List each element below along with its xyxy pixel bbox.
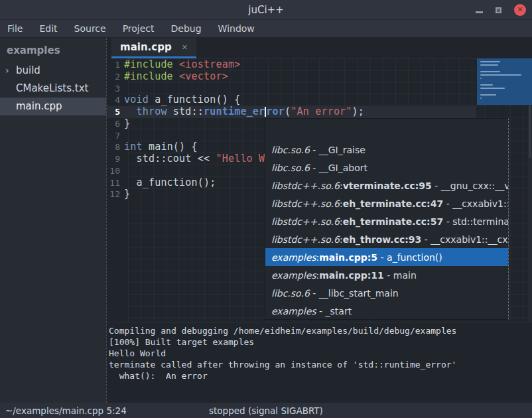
- file-and-line: vterminate.cc:95: [343, 180, 432, 191]
- terminal-line: Compiling and debugging /home/eidheim/ex…: [109, 325, 532, 336]
- sidebar-item-build[interactable]: ›build: [0, 62, 106, 80]
- line-number: 8: [107, 141, 124, 153]
- terminal-line: Hello World: [109, 348, 532, 359]
- file-and-line: main.cpp:11: [319, 270, 384, 281]
- code-text: int main() {: [124, 141, 198, 153]
- library-name: libstdc++.so.6: [271, 198, 340, 209]
- library-name: examples: [271, 306, 316, 316]
- code-line[interactable]: 3: [107, 83, 532, 95]
- menu-item-project[interactable]: Project: [123, 23, 155, 34]
- line-number: 4: [107, 94, 124, 106]
- file-location: ~/examples/main.cpp 5:24: [0, 405, 127, 416]
- code-text: std::cout << "Hello W: [124, 153, 265, 165]
- code-editor[interactable]: 1#include <iostream>2#include <vector>34…: [107, 58, 532, 322]
- restore-icon: [496, 7, 501, 13]
- line-number: 2: [107, 71, 124, 83]
- minimize-button[interactable]: [476, 7, 483, 13]
- close-button[interactable]: ✕: [514, 4, 526, 16]
- restore-button[interactable]: [496, 7, 501, 13]
- code-text: }: [124, 188, 130, 200]
- window-title: juCi++: [248, 4, 283, 16]
- function-name: - std::terminate(): [443, 216, 508, 227]
- overview-line: [480, 94, 496, 96]
- backtrace-item[interactable]: libstdc++.so.6:eh_terminate.cc:57 - std:…: [265, 212, 508, 230]
- code-line[interactable]: 4void a_function() {: [107, 94, 532, 106]
- function-name: - __libc_start_main: [310, 288, 399, 299]
- terminal-line: what(): An error: [109, 370, 532, 382]
- terminal-line: terminate called after throwing an insta…: [109, 359, 532, 370]
- tab-main-cpp[interactable]: main.cpp ✕: [111, 38, 196, 58]
- function-name: - __GI_raise: [310, 145, 366, 155]
- backtrace-item[interactable]: examples - _start: [265, 302, 508, 320]
- code-overview-map[interactable]: [477, 58, 532, 105]
- code-text: }: [124, 118, 130, 130]
- close-icon: ✕: [517, 4, 523, 16]
- overview-line: [480, 88, 505, 89]
- line-number: 11: [107, 177, 124, 189]
- sidebar-item-main-cpp[interactable]: main.cpp: [0, 98, 106, 115]
- code-line[interactable]: 5 throw std::runtime_error("An error");: [107, 106, 532, 118]
- tab-close-icon[interactable]: ✕: [182, 43, 188, 52]
- terminal-output[interactable]: Compiling and debugging /home/eidheim/ex…: [107, 322, 532, 403]
- line-number: 1: [107, 59, 124, 71]
- backtrace-item[interactable]: libstdc++.so.6:eh_terminate.cc:47 - __cx…: [265, 194, 508, 212]
- file-and-line: main.cpp:5: [319, 252, 377, 263]
- code-line[interactable]: 1#include <iostream>: [107, 59, 532, 71]
- backtrace-item[interactable]: examples:main.cpp:11 - main: [265, 266, 508, 284]
- chevron-right-icon: ›: [5, 62, 9, 80]
- code-text: a_function();: [124, 177, 216, 189]
- sidebar-item-label: CMakeLists.txt: [16, 82, 88, 94]
- function-name: - __gnu_cxx::__verbos: [432, 180, 508, 191]
- menu-item-window[interactable]: Window: [218, 23, 255, 34]
- backtrace-list: libc.so.6 - __GI_raiselibc.so.6 - __GI_a…: [265, 141, 508, 320]
- function-name: - main: [384, 270, 417, 281]
- backtrace-item[interactable]: libstdc++.so.6:vterminate.cc:95 - __gnu_…: [265, 176, 508, 194]
- minimize-icon: [476, 11, 483, 13]
- menu-item-debug[interactable]: Debug: [171, 23, 202, 34]
- backtrace-popup: libc.so.6 - __GI_raiselibc.so.6 - __GI_a…: [265, 118, 509, 320]
- line-number: 3: [107, 83, 124, 95]
- backtrace-item[interactable]: libc.so.6 - __libc_start_main: [265, 284, 508, 302]
- window-controls: ✕: [476, 0, 526, 20]
- sidebar-item-cmakelists-txt[interactable]: CMakeLists.txt: [0, 80, 106, 98]
- library-name: examples: [271, 252, 316, 263]
- backtrace-item[interactable]: libstdc++.so.6:eh_throw.cc:93 - __cxxabi…: [265, 230, 508, 248]
- titlebar: juCi++ ✕: [0, 0, 532, 20]
- menu-item-source[interactable]: Source: [74, 23, 106, 34]
- function-name: - __cxxabiv1::__term: [443, 198, 508, 209]
- library-name: libc.so.6: [271, 163, 310, 173]
- backtrace-item[interactable]: libc.so.6 - __GI_abort: [265, 159, 508, 176]
- project-name: examples: [0, 41, 106, 62]
- tab-bar: main.cpp ✕: [107, 38, 532, 58]
- code-text: #include <vector>: [124, 71, 228, 83]
- file-and-line: eh_terminate.cc:57: [343, 216, 444, 227]
- menu-item-file[interactable]: File: [7, 23, 23, 34]
- backtrace-item[interactable]: libc.so.6 - __GI_raise: [265, 141, 508, 159]
- code-line[interactable]: 2#include <vector>: [107, 71, 532, 83]
- overview-line: [480, 98, 482, 99]
- line-number: 9: [107, 153, 124, 165]
- line-number: 5: [107, 106, 124, 118]
- function-name: - a_function(): [377, 252, 442, 263]
- overview-line: [480, 71, 500, 72]
- editor-column: main.cpp ✕ 1#include <iostream>2#include…: [106, 38, 532, 403]
- file-and-line: eh_throw.cc:93: [343, 234, 422, 245]
- library-name: libstdc++.so.6: [271, 180, 340, 191]
- code-text: #include <iostream>: [124, 59, 240, 71]
- overview-line: [480, 64, 498, 66]
- overview-line: [480, 84, 493, 86]
- menu-item-edit[interactable]: Edit: [39, 23, 57, 34]
- sidebar-item-label: build: [16, 64, 40, 76]
- library-name: libc.so.6: [271, 288, 310, 299]
- function-name: - _start: [316, 306, 352, 316]
- sidebar-item-label: main.cpp: [16, 100, 62, 112]
- library-name: libc.so.6: [271, 145, 310, 155]
- backtrace-popup-header: [265, 119, 508, 141]
- code-text: throw std::runtime_error("An error");: [124, 106, 364, 118]
- backtrace-item[interactable]: examples:main.cpp:5 - a_function(): [265, 248, 508, 266]
- file-tree: ›buildCMakeLists.txtmain.cpp: [0, 62, 106, 115]
- line-number: 6: [107, 118, 124, 130]
- line-number: 10: [107, 165, 124, 177]
- tab-label: main.cpp: [120, 41, 172, 53]
- function-name: - __cxxabiv1::__cxa_thro: [421, 234, 508, 245]
